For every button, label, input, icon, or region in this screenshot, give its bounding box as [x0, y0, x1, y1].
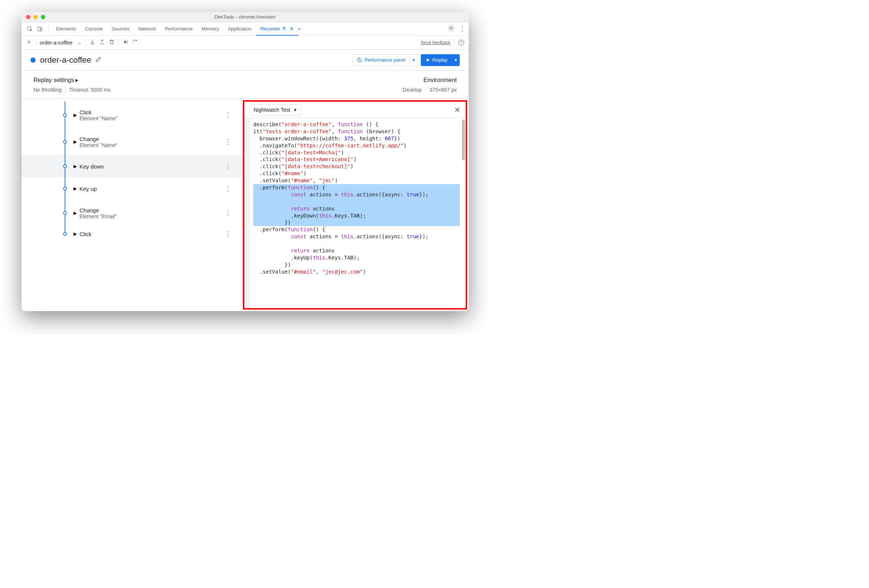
record-indicator-icon: [30, 58, 36, 63]
recorder-toolbar: order-a-coffee ⌄ Send feedback ?: [22, 36, 469, 50]
chevron-right-icon: ▶: [74, 210, 77, 216]
devtools-window: DevTools - chrome://version/ Elements Co…: [22, 12, 469, 311]
replay-settings-header[interactable]: Replay settings▸ Environment: [22, 71, 469, 83]
export-icon[interactable]: [99, 39, 105, 46]
settings-summary: No throttling Timeout: 5000 ms Desktop 3…: [22, 83, 469, 99]
scrollbar[interactable]: [461, 118, 466, 308]
kebab-menu-icon[interactable]: ⋮: [225, 185, 232, 193]
replay-dropdown-button[interactable]: ▾: [452, 54, 460, 66]
tab-console[interactable]: Console: [81, 22, 107, 36]
tab-application[interactable]: Application: [224, 22, 256, 36]
timeout-value: Timeout: 5000 ms: [69, 87, 111, 93]
kebab-menu-icon[interactable]: ⋮: [225, 209, 232, 217]
export-format-select[interactable]: Nightwatch Test▼: [249, 104, 301, 116]
step-item[interactable]: ▶Key up⋮: [22, 178, 243, 200]
chevron-right-icon: ▶: [74, 164, 77, 169]
tab-elements[interactable]: Elements: [52, 22, 81, 36]
chevron-right-icon: ▶: [74, 113, 77, 118]
scrollbar-thumb[interactable]: [462, 120, 465, 160]
step-item[interactable]: ▶ChangeElement "Email"⋮: [22, 200, 243, 227]
step-item[interactable]: ▶Click⋮: [22, 227, 243, 241]
replay-button[interactable]: Replay: [421, 54, 452, 66]
more-tabs-icon[interactable]: »: [298, 26, 303, 31]
kebab-menu-icon[interactable]: ⋮: [459, 25, 466, 33]
device-toggle-icon[interactable]: [36, 25, 44, 33]
code-content[interactable]: describe("order-a-coffee", function () {…: [250, 118, 461, 308]
close-icon[interactable]: ✕: [454, 105, 461, 114]
recording-header: order-a-coffee Performance panel ▾ Repla…: [22, 50, 469, 71]
separator: [65, 86, 65, 93]
page-title: order-a-coffee: [40, 55, 91, 65]
kebab-menu-icon[interactable]: ⋮: [225, 162, 232, 170]
titlebar: DevTools - chrome://version/: [22, 12, 469, 22]
devtools-tabs: Elements Console Sources Network Perform…: [22, 22, 469, 36]
performance-dropdown-button[interactable]: ▾: [410, 54, 418, 66]
add-recording-icon[interactable]: [26, 39, 32, 46]
env-dimensions: 375×667 px: [429, 87, 457, 93]
tab-memory[interactable]: Memory: [197, 22, 224, 36]
separator: [425, 86, 426, 93]
environment-label: Environment: [423, 77, 457, 83]
tab-performance[interactable]: Performance: [160, 22, 197, 36]
separator: [119, 39, 119, 46]
inspect-icon[interactable]: [26, 25, 33, 33]
performance-panel-button[interactable]: Performance panel: [352, 54, 410, 66]
code-body: describe("order-a-coffee", function () {…: [245, 118, 466, 308]
separator: [85, 39, 86, 46]
chevron-down-icon[interactable]: ⌄: [78, 40, 82, 45]
close-tab-icon[interactable]: ✕: [290, 26, 294, 31]
step-item[interactable]: ▶ChangeElement "Name"⋮: [22, 129, 243, 155]
code-gutter: [245, 118, 250, 308]
tab-network[interactable]: Network: [134, 22, 161, 36]
env-device: Desktop: [403, 87, 421, 93]
content-area: ▶ClickElement "Name"⋮ ▶ChangeElement "Na…: [22, 99, 469, 311]
chevron-right-icon: ▸: [76, 77, 79, 83]
chevron-right-icon: ▶: [74, 231, 77, 237]
tab-recorder[interactable]: Recorder ⚗ ✕: [256, 22, 298, 36]
recording-name[interactable]: order-a-coffee: [40, 40, 73, 46]
step-over-icon[interactable]: [123, 39, 129, 46]
step-item[interactable]: ▶ClickElement "Name"⋮: [22, 102, 243, 129]
chevron-down-icon: ▼: [294, 108, 298, 112]
separator: [36, 39, 36, 46]
chevron-right-icon: ▶: [74, 186, 77, 191]
step-icon[interactable]: [132, 39, 138, 46]
window-title: DevTools - chrome://version/: [22, 14, 469, 20]
separator: [48, 25, 49, 33]
svg-rect-2: [40, 28, 42, 31]
delete-icon[interactable]: [109, 39, 115, 46]
tab-sources[interactable]: Sources: [107, 22, 134, 36]
throttling-value: No throttling: [33, 87, 61, 93]
chevron-right-icon: ▶: [74, 139, 77, 144]
send-feedback-link[interactable]: Send feedback: [421, 40, 451, 45]
code-export-panel: Nightwatch Test▼ ✕ describe("order-a-cof…: [243, 100, 467, 310]
kebab-menu-icon[interactable]: ⋮: [225, 138, 232, 146]
separator: [454, 39, 455, 46]
svg-point-3: [451, 27, 452, 29]
step-item[interactable]: ▶Key down⋮: [22, 155, 243, 178]
help-icon[interactable]: ?: [458, 40, 464, 46]
settings-gear-icon[interactable]: [448, 25, 455, 33]
steps-list: ▶ClickElement "Name"⋮ ▶ChangeElement "Na…: [22, 99, 243, 311]
flask-icon: ⚗: [282, 26, 286, 31]
kebab-menu-icon[interactable]: ⋮: [225, 230, 232, 238]
code-panel-header: Nightwatch Test▼ ✕: [245, 102, 466, 118]
import-icon[interactable]: [89, 39, 95, 46]
kebab-menu-icon[interactable]: ⋮: [225, 111, 232, 119]
edit-title-icon[interactable]: [95, 56, 102, 64]
